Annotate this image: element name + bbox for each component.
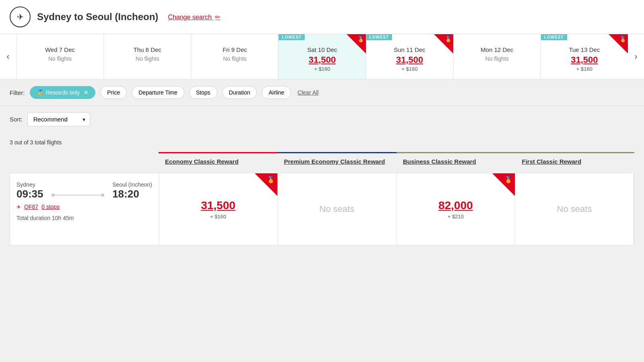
- reward-icon-economy: 🏅: [267, 176, 275, 183]
- flight-meta: ✈ QF87 0 stops: [17, 204, 152, 210]
- dest-city-name: Seoul (Incheon): [112, 181, 152, 188]
- sort-bar: Sort: Recommend Price Duration Departure…: [0, 106, 644, 133]
- price-points-sun11: 31,500: [369, 55, 450, 65]
- price-points-tue13: 31,500: [544, 55, 625, 65]
- dest-city: Seoul (Incheon) 18:20: [112, 181, 152, 200]
- date-cell-tue13[interactable]: LOWEST 🏅 Tue 13 Dec 31,500 + $160: [541, 34, 628, 79]
- plane-icon: ✈: [17, 12, 24, 22]
- business-cash: + $210: [448, 214, 464, 220]
- origin-city: Sydney 09:35: [17, 181, 43, 200]
- col-header-business: Business Classic Reward: [396, 152, 516, 170]
- lowest-badge-sat10: LOWEST: [279, 34, 305, 40]
- reward-icon-sat10: 🏅: [357, 36, 364, 42]
- date-cell-wed7[interactable]: Wed 7 Dec No flights: [16, 34, 103, 79]
- date-strip: ‹ Wed 7 Dec No flights Thu 8 Dec No flig…: [0, 34, 644, 80]
- stops-link[interactable]: 0 stops: [41, 204, 60, 210]
- next-date-button[interactable]: ›: [628, 34, 644, 79]
- page-title: Sydney to Seoul (Incheon): [37, 11, 158, 23]
- filter-stops-button[interactable]: Stops: [189, 86, 217, 99]
- date-cell-fri9[interactable]: Fri 9 Dec No flights: [191, 34, 278, 79]
- filter-label: Filter:: [10, 89, 25, 96]
- price-points-sat10: 31,500: [282, 55, 362, 65]
- airline-filter-label: Airline: [268, 89, 284, 96]
- duration-filter-label: Duration: [229, 89, 250, 96]
- flight-route-qf87: Sydney 09:35 Seoul (Incheon) 18:20: [17, 181, 152, 200]
- filter-duration-button[interactable]: Duration: [222, 86, 257, 99]
- date-label-fri9: Fri 9 Dec: [194, 46, 275, 53]
- pencil-icon: ✏: [215, 14, 220, 21]
- sort-label: Sort:: [10, 116, 23, 123]
- premium-no-seats: No seats: [320, 204, 355, 214]
- filter-bar: Filter: 🏅 Rewards only ✕ Price Departure…: [0, 80, 644, 106]
- origin-city-name: Sydney: [17, 181, 43, 188]
- business-points: 82,000: [438, 199, 473, 212]
- clear-all-link[interactable]: Clear All: [297, 89, 318, 96]
- rewards-label: Rewards only: [46, 89, 80, 96]
- flight-number[interactable]: QF87: [24, 204, 38, 210]
- sort-wrapper: Recommend Price Duration Departure Time: [27, 112, 90, 126]
- price-cash-sun11: + $160: [369, 66, 450, 72]
- rewards-icon: 🏅: [37, 89, 43, 96]
- col-header-premium: Premium Economy Classic Reward: [278, 152, 397, 170]
- price-filter-label: Price: [107, 89, 120, 96]
- arrive-time: 18:20: [112, 188, 152, 200]
- date-cell-sat10[interactable]: LOWEST 🏅 Sat 10 Dec 31,500 + $160: [278, 34, 365, 79]
- economy-points: 31,500: [201, 199, 235, 212]
- departure-filter-label: Departure Time: [138, 89, 177, 96]
- price-cell-economy[interactable]: 🏅 31,500 + $160: [159, 173, 278, 245]
- date-label-wed7: Wed 7 Dec: [20, 46, 100, 53]
- header: ✈ Sydney to Seoul (Incheon) Change searc…: [0, 0, 644, 34]
- date-cell-thu8[interactable]: Thu 8 Dec No flights: [103, 34, 191, 79]
- col-header-economy: Economy Classic Reward: [159, 152, 278, 170]
- no-flights-wed7: No flights: [20, 56, 100, 62]
- depart-time: 09:35: [17, 188, 43, 200]
- reward-icon-tue13: 🏅: [619, 36, 626, 42]
- filter-airline-button[interactable]: Airline: [262, 86, 291, 99]
- lowest-badge-sun11: LOWEST: [366, 34, 392, 40]
- date-cell-mon12[interactable]: Mon 12 Dec No flights: [453, 34, 541, 79]
- airline-logo: ✈: [10, 6, 31, 27]
- no-flights-mon12: No flights: [457, 56, 537, 62]
- change-search-link[interactable]: Change search ✏: [168, 13, 220, 21]
- price-cash-tue13: + $160: [544, 66, 625, 72]
- price-cash-sat10: + $160: [282, 66, 362, 72]
- reward-icon-business: 🏅: [504, 176, 512, 183]
- no-flights-fri9: No flights: [194, 56, 275, 62]
- filter-rewards-button[interactable]: 🏅 Rewards only ✕: [30, 86, 96, 99]
- qantas-icon: ✈: [17, 204, 21, 210]
- date-cell-sun11[interactable]: LOWEST 🏅 Sun 11 Dec 31,500 + $160: [366, 34, 453, 79]
- no-flights-thu8: No flights: [107, 56, 188, 62]
- results-area: 3 out of 3 total flights Economy Classic…: [0, 133, 644, 255]
- prev-date-button[interactable]: ‹: [0, 34, 16, 79]
- reward-icon-sun11: 🏅: [445, 36, 452, 42]
- price-cell-premium: No seats: [278, 173, 396, 245]
- flight-row-qf87: Sydney 09:35 Seoul (Incheon) 18:20 ✈ QF8…: [10, 173, 634, 245]
- filter-departure-button[interactable]: Departure Time: [132, 86, 184, 99]
- col-header-first: First Classic Reward: [516, 152, 635, 170]
- first-no-seats: No seats: [557, 204, 592, 214]
- column-headers: Economy Classic Reward Premium Economy C…: [10, 152, 634, 170]
- rewards-close-icon[interactable]: ✕: [84, 89, 89, 96]
- stops-filter-label: Stops: [196, 89, 211, 96]
- price-cell-first: No seats: [515, 173, 634, 245]
- sort-select[interactable]: Recommend Price Duration Departure Time: [27, 112, 90, 126]
- col-header-empty: [10, 152, 159, 170]
- duration-text: Total duration 10h 45m: [17, 215, 152, 221]
- date-label-thu8: Thu 8 Dec: [107, 46, 188, 53]
- price-cell-business[interactable]: 🏅 82,000 + $210: [396, 173, 515, 245]
- results-count: 3 out of 3 total flights: [10, 139, 634, 146]
- lowest-badge-tue13: LOWEST: [541, 34, 567, 40]
- filter-price-button[interactable]: Price: [100, 86, 127, 99]
- date-label-mon12: Mon 12 Dec: [457, 46, 537, 53]
- flight-info-qf87: Sydney 09:35 Seoul (Incheon) 18:20 ✈ QF8…: [10, 173, 159, 245]
- economy-cash: + $160: [210, 214, 226, 220]
